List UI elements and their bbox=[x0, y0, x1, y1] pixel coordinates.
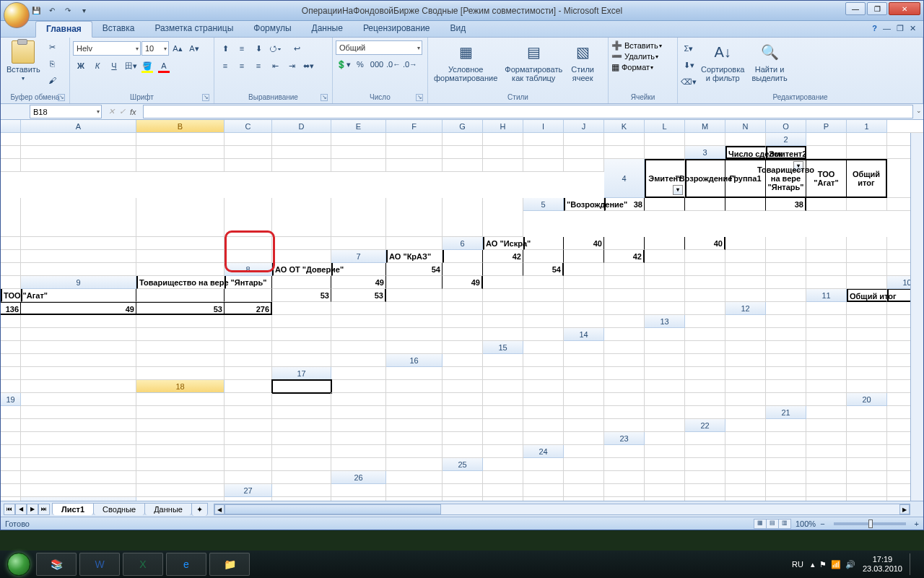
cell[interactable] bbox=[443, 159, 483, 172]
tab-data[interactable]: Данные bbox=[302, 21, 353, 37]
cell[interactable] bbox=[645, 354, 685, 367]
cell[interactable] bbox=[386, 484, 443, 497]
row-header[interactable]: 23 bbox=[604, 432, 645, 445]
row-header[interactable]: 16 bbox=[386, 354, 443, 367]
cell[interactable]: 38 bbox=[766, 198, 806, 211]
cell[interactable] bbox=[483, 367, 523, 380]
cell[interactable] bbox=[136, 315, 225, 328]
cell[interactable] bbox=[645, 471, 685, 484]
align-center-icon[interactable]: ≡ bbox=[234, 58, 250, 74]
cell[interactable] bbox=[604, 146, 645, 159]
cell[interactable] bbox=[847, 315, 887, 328]
zoom-in-button[interactable]: + bbox=[915, 519, 919, 528]
enter-formula-icon[interactable]: ✓ bbox=[117, 107, 128, 116]
cell[interactable] bbox=[806, 419, 847, 432]
cell[interactable] bbox=[225, 471, 272, 484]
cell[interactable] bbox=[847, 250, 887, 263]
cell[interactable]: Общий итог bbox=[847, 289, 887, 302]
row-header[interactable]: 27 bbox=[225, 484, 272, 497]
cell[interactable] bbox=[21, 250, 136, 263]
cell[interactable] bbox=[136, 237, 225, 250]
cell[interactable] bbox=[564, 445, 604, 458]
cell[interactable] bbox=[21, 289, 136, 302]
cell[interactable] bbox=[272, 302, 331, 315]
cell[interactable] bbox=[523, 367, 564, 380]
cell[interactable]: ТОО "Агат" bbox=[1, 289, 21, 302]
sort-filter-button[interactable]: A↓Сортировка и фильтр bbox=[698, 39, 747, 84]
row-header[interactable]: 8 bbox=[225, 263, 272, 276]
cell[interactable] bbox=[136, 133, 225, 146]
row-header[interactable]: 13 bbox=[645, 315, 685, 328]
cell[interactable] bbox=[725, 432, 766, 445]
cell[interactable] bbox=[386, 393, 443, 406]
cell[interactable] bbox=[1, 237, 21, 250]
tab-insert[interactable]: Вставка bbox=[92, 21, 145, 37]
cell[interactable] bbox=[331, 328, 386, 341]
cell[interactable] bbox=[523, 315, 564, 328]
cell[interactable] bbox=[523, 432, 564, 445]
undo-icon[interactable]: ↶ bbox=[45, 4, 58, 17]
cell[interactable] bbox=[483, 419, 523, 432]
conditional-formatting-button[interactable]: ▦Условное форматирование bbox=[431, 39, 500, 84]
view-page-break-icon[interactable]: ▥ bbox=[778, 519, 791, 529]
cell[interactable] bbox=[443, 133, 483, 146]
cell[interactable] bbox=[1, 419, 21, 432]
cell[interactable] bbox=[523, 471, 564, 484]
cell[interactable]: 53 bbox=[331, 289, 386, 302]
border-button[interactable]: 田▾ bbox=[123, 58, 139, 74]
row-header[interactable]: 22 bbox=[685, 419, 725, 432]
cell[interactable] bbox=[483, 406, 523, 419]
vertical-scrollbar[interactable] bbox=[910, 133, 923, 501]
cell[interactable] bbox=[386, 237, 443, 250]
minimize-ribbon-icon[interactable]: — bbox=[883, 24, 891, 33]
cell[interactable] bbox=[725, 133, 766, 146]
sheet-tab-1[interactable]: Лист1 bbox=[52, 503, 94, 515]
cell[interactable] bbox=[604, 458, 645, 471]
cell[interactable] bbox=[847, 276, 887, 289]
cell[interactable] bbox=[331, 146, 386, 159]
column-header[interactable]: E bbox=[331, 120, 386, 133]
cell[interactable] bbox=[806, 471, 847, 484]
cell[interactable] bbox=[645, 406, 685, 419]
cell[interactable] bbox=[136, 328, 225, 341]
save-icon[interactable]: 💾 bbox=[30, 4, 43, 17]
cell[interactable] bbox=[685, 393, 725, 406]
cell[interactable] bbox=[564, 250, 604, 263]
cell[interactable] bbox=[645, 484, 685, 497]
cell[interactable] bbox=[443, 419, 483, 432]
cell[interactable] bbox=[386, 276, 443, 289]
cell[interactable] bbox=[331, 432, 386, 445]
cell[interactable] bbox=[386, 302, 443, 315]
cell[interactable] bbox=[443, 367, 483, 380]
cell[interactable] bbox=[564, 354, 604, 367]
column-header[interactable]: C bbox=[225, 120, 272, 133]
cell[interactable] bbox=[331, 302, 386, 315]
cell[interactable] bbox=[1, 315, 21, 328]
cell[interactable] bbox=[847, 458, 887, 471]
cell[interactable] bbox=[272, 445, 331, 458]
column-header[interactable]: M bbox=[685, 120, 725, 133]
cell[interactable] bbox=[685, 302, 725, 315]
taskbar-libraries-icon[interactable]: 📚 bbox=[36, 553, 77, 576]
cell[interactable] bbox=[272, 276, 331, 289]
cell[interactable] bbox=[21, 367, 136, 380]
row-header[interactable]: 25 bbox=[443, 458, 483, 471]
row-header[interactable]: 14 bbox=[564, 328, 604, 341]
cell[interactable] bbox=[386, 419, 443, 432]
close-workbook-icon[interactable]: ✕ bbox=[910, 24, 916, 33]
cell[interactable] bbox=[564, 302, 604, 315]
cell[interactable] bbox=[645, 341, 685, 354]
cell[interactable] bbox=[847, 445, 887, 458]
cell[interactable] bbox=[483, 393, 523, 406]
cell[interactable] bbox=[483, 432, 523, 445]
cell[interactable] bbox=[725, 367, 766, 380]
cell[interactable] bbox=[523, 289, 564, 302]
cell[interactable] bbox=[443, 380, 483, 393]
insert-cells-button[interactable]: ➕Вставить▾ bbox=[611, 40, 662, 51]
cell[interactable] bbox=[523, 419, 564, 432]
column-header[interactable]: L bbox=[645, 120, 685, 133]
find-select-button[interactable]: 🔍Найти и выделить bbox=[749, 39, 790, 84]
cell[interactable] bbox=[225, 133, 272, 146]
cell[interactable] bbox=[225, 276, 272, 289]
cell[interactable] bbox=[766, 484, 806, 497]
